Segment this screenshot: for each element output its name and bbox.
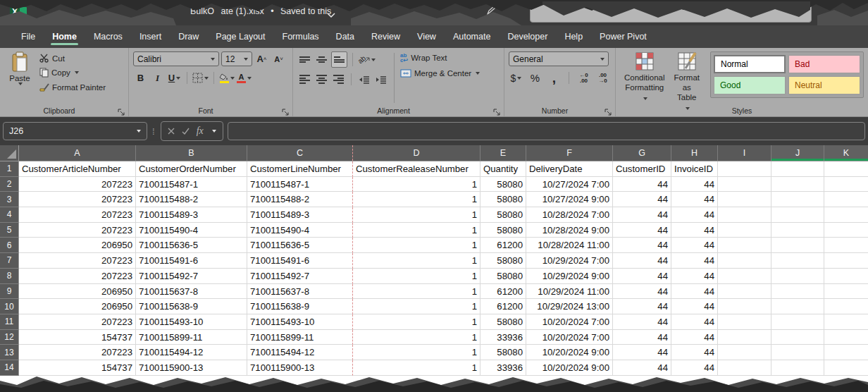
cell-H12[interactable]: 44 <box>671 330 718 345</box>
cell-E10[interactable]: 61200 <box>480 299 526 314</box>
cell-K13[interactable] <box>824 345 868 360</box>
cell-K4[interactable] <box>824 207 868 223</box>
cell-A13[interactable]: 207223 <box>19 345 136 360</box>
cell-G10[interactable]: 44 <box>613 299 671 314</box>
cell-D14[interactable]: 1 <box>353 360 480 376</box>
cell-K1[interactable] <box>824 161 868 177</box>
cell-F8[interactable]: 10/29/2024 9:00 <box>526 269 613 284</box>
cell-G5[interactable]: 44 <box>613 223 671 238</box>
orientation-button[interactable]: ab <box>358 52 376 67</box>
cell-K8[interactable] <box>824 269 868 284</box>
tab-home[interactable]: Home <box>44 27 85 47</box>
cell-A11[interactable]: 207223 <box>19 314 136 330</box>
insert-function-button[interactable]: fx <box>197 125 204 137</box>
cell-G11[interactable]: 44 <box>613 314 671 330</box>
clipboard-dialog-launcher-icon[interactable] <box>118 106 125 114</box>
cell-H11[interactable]: 44 <box>671 314 718 330</box>
cell-C8[interactable]: 7100115492-7 <box>247 269 353 284</box>
cell-C4[interactable]: 7100115489-3 <box>247 207 353 223</box>
formula-bar-grip[interactable]: ⁞ <box>152 126 156 137</box>
cell-A9[interactable]: 206950 <box>19 284 136 300</box>
cell-I13[interactable] <box>718 345 771 360</box>
excel-logo-icon[interactable] <box>10 6 24 19</box>
cell-I6[interactable] <box>718 238 771 253</box>
cell-F6[interactable]: 10/28/2024 11:00 <box>526 238 613 253</box>
cell-H7[interactable]: 44 <box>671 253 718 269</box>
cell-E6[interactable]: 61200 <box>480 238 526 253</box>
cell-I14[interactable] <box>718 360 771 376</box>
select-all-button[interactable] <box>0 145 19 161</box>
formula-bar-chevron-icon[interactable] <box>212 130 216 133</box>
cell-C2[interactable]: 7100115487-1 <box>247 177 353 192</box>
cell-I12[interactable] <box>718 330 771 345</box>
cell-F10[interactable]: 10/29/2024 13:00 <box>526 299 613 314</box>
increase-indent-button[interactable] <box>373 72 388 87</box>
column-header-I[interactable]: I <box>718 145 771 161</box>
cell-B3[interactable]: 7100115488-2 <box>136 192 247 207</box>
cell-B13[interactable]: 7100115494-12 <box>136 345 247 360</box>
cell-G9[interactable]: 44 <box>613 284 671 300</box>
underline-button[interactable]: U <box>167 71 182 85</box>
font-name-select[interactable]: Calibri <box>133 51 219 66</box>
cell-C12[interactable]: 7100115899-11 <box>247 330 353 345</box>
bold-button[interactable]: B <box>133 71 148 85</box>
cell-B12[interactable]: 7100115899-11 <box>136 330 247 345</box>
tab-review[interactable]: Review <box>363 27 409 47</box>
tab-macros[interactable]: Macros <box>85 27 131 47</box>
column-header-G[interactable]: G <box>613 145 671 161</box>
cell-J4[interactable] <box>771 207 824 223</box>
cell-J11[interactable] <box>771 314 824 330</box>
cell-J5[interactable] <box>771 223 824 238</box>
cell-G12[interactable]: 44 <box>613 330 671 345</box>
cell-F7[interactable]: 10/29/2024 7:00 <box>526 253 613 269</box>
alignment-dialog-launcher-icon[interactable] <box>493 106 501 114</box>
cell-G8[interactable]: 44 <box>613 269 671 284</box>
copy-button[interactable]: Copy <box>39 68 106 78</box>
tab-page-layout[interactable]: Page Layout <box>207 27 273 47</box>
fill-color-button[interactable] <box>219 71 235 85</box>
cell-E2[interactable]: 58080 <box>480 177 526 192</box>
cell-E14[interactable]: 33936 <box>480 360 526 376</box>
cell-G13[interactable]: 44 <box>613 345 671 360</box>
row-header-14[interactable]: 14 <box>0 360 19 376</box>
row-header-7[interactable]: 7 <box>0 253 19 269</box>
cell-G14[interactable]: 44 <box>613 360 671 376</box>
column-header-B[interactable]: B <box>136 145 247 161</box>
cell-A4[interactable]: 207223 <box>19 207 136 223</box>
cell-E1[interactable]: Quantity <box>480 161 526 177</box>
font-color-button[interactable]: A <box>237 71 252 85</box>
cell-B14[interactable]: 7100115900-13 <box>136 360 247 376</box>
percent-button[interactable]: % <box>528 71 542 85</box>
copy-chevron-icon[interactable] <box>75 71 79 74</box>
row-header-6[interactable]: 6 <box>0 238 19 253</box>
tab-data[interactable]: Data <box>328 27 363 47</box>
cell-H9[interactable]: 44 <box>671 284 718 300</box>
enter-check-icon[interactable] <box>182 128 190 135</box>
cell-A14[interactable]: 154737 <box>19 360 136 376</box>
cell-J10[interactable] <box>771 299 824 314</box>
cell-D10[interactable]: 1 <box>353 299 480 314</box>
cell-K11[interactable] <box>824 314 868 330</box>
tab-formulas[interactable]: Formulas <box>274 27 328 47</box>
column-header-A[interactable]: A <box>19 145 136 161</box>
conditional-formatting-button[interactable]: Conditional Formatting <box>624 51 665 102</box>
cell-K2[interactable] <box>824 177 868 192</box>
tab-insert[interactable]: Insert <box>131 27 170 47</box>
style-neutral[interactable]: Neutral <box>788 76 860 94</box>
title-chevron-down-icon[interactable] <box>327 8 335 21</box>
cell-E9[interactable]: 61200 <box>480 284 526 300</box>
column-header-D[interactable]: D <box>353 145 480 161</box>
row-header-12[interactable]: 12 <box>0 330 19 345</box>
cell-J6[interactable] <box>771 238 824 253</box>
cell-C9[interactable]: 7100115637-8 <box>247 284 353 300</box>
align-right-button[interactable] <box>331 72 346 87</box>
cell-G4[interactable]: 44 <box>613 207 671 223</box>
cell-A8[interactable]: 207223 <box>19 269 136 284</box>
cell-A5[interactable]: 207223 <box>19 223 136 238</box>
merge-center-button[interactable]: Merge & Center <box>400 69 480 78</box>
cell-K7[interactable] <box>824 253 868 269</box>
column-header-H[interactable]: H <box>671 145 718 161</box>
cell-F11[interactable]: 10/20/2024 7:00 <box>526 314 613 330</box>
cell-K14[interactable] <box>824 360 868 376</box>
cell-E5[interactable]: 58080 <box>480 223 526 238</box>
